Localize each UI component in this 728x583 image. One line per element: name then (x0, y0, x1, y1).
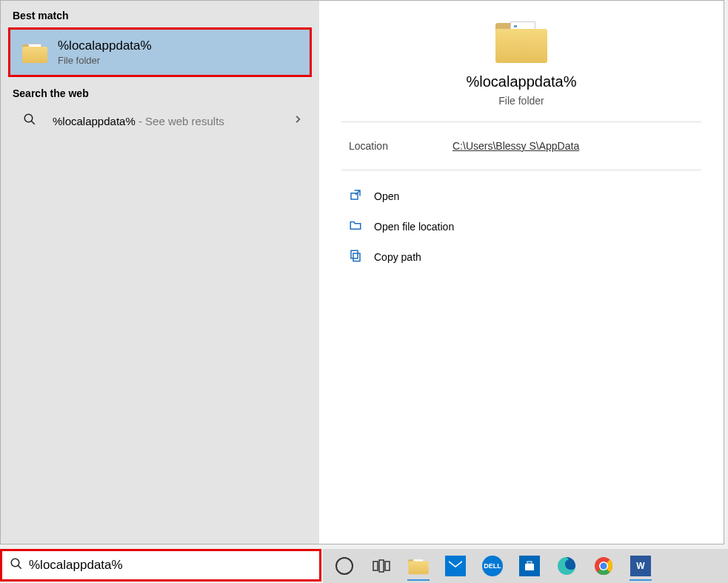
mail-icon (445, 556, 466, 576)
chevron-right-icon[interactable] (293, 114, 303, 127)
preview-header: %localappdata% File folder (341, 20, 701, 122)
search-icon (10, 557, 23, 573)
results-left-pane: Best match %localappdata% File folder Se… (1, 1, 319, 544)
chrome-icon (593, 556, 614, 576)
best-match-subtitle: File folder (58, 55, 152, 66)
preview-right-pane: %localappdata% File folder Location C:\U… (319, 1, 724, 544)
svg-rect-8 (379, 560, 384, 572)
preview-title: %localappdata% (341, 73, 701, 90)
store-button[interactable] (512, 551, 547, 581)
folder-icon (495, 20, 547, 63)
svg-line-6 (18, 565, 21, 569)
windows-search-panel: Best match %localappdata% File folder Se… (0, 0, 724, 544)
taskbar-search-box[interactable] (0, 549, 321, 582)
svg-rect-4 (351, 250, 358, 259)
svg-rect-12 (527, 562, 532, 564)
cortana-icon (335, 557, 353, 575)
copy-path-action[interactable]: Copy path (349, 241, 694, 272)
chrome-button[interactable] (587, 551, 621, 581)
location-label: Location (349, 140, 453, 152)
mail-app-button[interactable] (438, 551, 472, 581)
word-button[interactable]: W (624, 551, 658, 581)
best-match-result[interactable]: %localappdata% File folder (8, 27, 312, 77)
svg-point-5 (11, 559, 19, 567)
search-icon (17, 113, 42, 129)
preview-actions: Open Open file location Copy path (341, 170, 701, 282)
svg-rect-11 (525, 564, 534, 570)
svg-point-0 (24, 114, 33, 122)
open-file-location-action[interactable]: Open file location (349, 211, 694, 241)
cortana-button[interactable] (327, 551, 361, 581)
task-view-icon (373, 559, 390, 573)
best-match-title: %localappdata% (58, 39, 152, 53)
file-explorer-button[interactable] (401, 551, 435, 581)
web-result-text: %localappdata% - See web results (53, 115, 282, 127)
svg-rect-7 (373, 562, 378, 570)
web-result-item[interactable]: %localappdata% - See web results (5, 105, 315, 136)
word-icon: W (630, 556, 651, 576)
folder-icon (22, 42, 47, 63)
store-icon (519, 556, 540, 576)
svg-point-18 (601, 563, 607, 570)
preview-subtitle: File folder (341, 95, 701, 107)
svg-rect-9 (385, 562, 390, 570)
edge-icon (556, 556, 577, 576)
svg-line-1 (31, 121, 35, 124)
taskbar: DELL W (323, 549, 728, 583)
dell-app-button[interactable]: DELL (475, 551, 510, 581)
open-icon (349, 188, 362, 204)
search-web-heading: Search the web (1, 83, 319, 105)
folder-location-icon (349, 219, 362, 234)
open-action[interactable]: Open (349, 181, 694, 211)
location-row: Location C:\Users\Blessy S\AppData (341, 122, 701, 170)
location-link[interactable]: C:\Users\Blessy S\AppData (453, 140, 579, 152)
folder-icon (408, 558, 428, 574)
task-view-button[interactable] (364, 551, 398, 581)
search-input[interactable] (29, 558, 312, 573)
edge-button[interactable] (550, 551, 584, 581)
copy-icon (349, 249, 362, 264)
dell-icon: DELL (482, 556, 503, 576)
svg-rect-3 (353, 253, 360, 261)
best-match-heading: Best match (1, 5, 319, 27)
